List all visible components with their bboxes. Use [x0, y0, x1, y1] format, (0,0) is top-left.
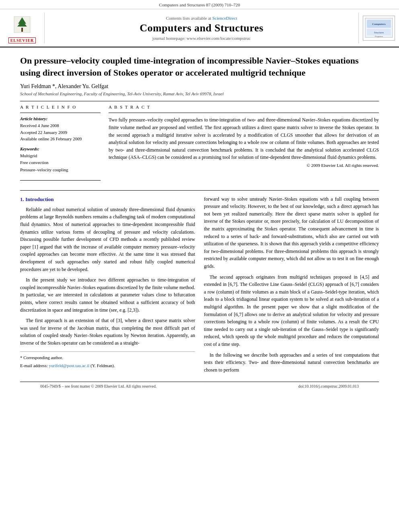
journal-citation: Computers and Structures 87 (2009) 710–7…: [159, 2, 240, 7]
divider-1: [20, 101, 379, 101]
svg-rect-1: [21, 28, 23, 32]
journal-header: ELSEVIER Contents lists available at Sci…: [0, 9, 399, 47]
received-date: Received 4 June 2008: [20, 122, 101, 129]
divider-4: [109, 113, 379, 113]
elsevier-logo: ELSEVIER: [8, 12, 36, 43]
elsevier-text: ELSEVIER: [8, 37, 36, 43]
journal-right-logo: Computers Structures Pergamon: [359, 12, 399, 43]
svg-text:Structures: Structures: [374, 31, 384, 34]
right-para-2: The second approach originates from mult…: [204, 273, 379, 348]
article-affiliation: School of Mechanical Engineering, Facult…: [20, 91, 379, 96]
bottom-left: 0045-7949/$ – see front matter © 2009 El…: [40, 384, 156, 388]
accepted-date: Accepted 22 January 2009: [20, 129, 101, 136]
article-info-abstract: A R T I C L E I N F O Article history: R…: [20, 105, 379, 183]
footnote-email: E-mail address: yurifeld@post.tau.ac.il …: [20, 362, 195, 369]
keyword-2: Free convection: [20, 159, 101, 166]
body-col-left: 1. Introduction Reliable and robust nume…: [20, 195, 195, 377]
page: Computers and Structures 87 (2009) 710–7…: [0, 0, 399, 398]
article-content: On pressure–velocity coupled time-integr…: [0, 47, 399, 398]
journal-title: Computers and Structures: [140, 22, 263, 34]
body-col-right: forward way to solve unsteady Navier–Sto…: [204, 195, 379, 377]
intro-para-1: Reliable and robust numerical solution o…: [20, 206, 195, 273]
article-history-label: Article history:: [20, 116, 101, 121]
journal-homepage: journal homepage: www.elsevier.com/locat…: [152, 36, 251, 41]
svg-point-4: [21, 21, 24, 24]
elsevier-logo-container: ELSEVIER: [0, 12, 44, 43]
computers-structures-logo-icon: Computers Structures Pergamon: [365, 18, 393, 38]
intro-heading: 1. Introduction: [20, 195, 195, 203]
bottom-bar: 0045-7949/$ – see front matter © 2009 El…: [20, 382, 379, 390]
journal-center: Contents lists available at ScienceDirec…: [44, 12, 359, 43]
intro-para-2: In the present study we introduce two di…: [20, 276, 195, 314]
article-info-col: A R T I C L E I N F O Article history: R…: [20, 105, 101, 183]
right-para-3: In the following we describe both approa…: [204, 351, 379, 374]
keyword-1: Multigrid: [20, 152, 101, 160]
top-bar: Computers and Structures 87 (2009) 710–7…: [0, 0, 399, 9]
footnote-star: * Corresponding author.: [20, 354, 195, 361]
sciencedirect-line: Contents lists available at ScienceDirec…: [166, 16, 237, 21]
svg-text:Pergamon: Pergamon: [375, 35, 383, 37]
abstract-col: A B S T R A C T Two fully pressure–veloc…: [109, 105, 379, 183]
divider-3: [20, 180, 101, 181]
abstract-label: A B S T R A C T: [109, 105, 379, 109]
keywords-label: Keywords:: [20, 146, 101, 151]
copyright: © 2009 Elsevier Ltd. All rights reserved…: [109, 163, 379, 168]
body-divider: [20, 190, 379, 191]
article-title: On pressure–velocity coupled time-integr…: [20, 55, 379, 78]
bottom-right: doi:10.1016/j.compstruc.2009.01.013: [298, 384, 359, 388]
article-info-label: A R T I C L E I N F O: [20, 105, 101, 109]
article-authors: Yuri Feldman *, Alexander Yu. Gelfgat: [20, 83, 379, 90]
right-logo-box: Computers Structures Pergamon: [363, 16, 395, 41]
contents-available-text: Contents lists available at: [166, 16, 212, 21]
elsevier-tree-icon: [10, 12, 34, 37]
available-date: Available online 26 February 2009: [20, 136, 101, 142]
intro-para-3: The first approach is an extension of th…: [20, 317, 195, 347]
body-columns: 1. Introduction Reliable and robust nume…: [20, 195, 379, 377]
abstract-text: Two fully pressure–velocity coupled appr…: [109, 116, 379, 161]
sciencedirect-link[interactable]: ScienceDirect: [212, 16, 237, 21]
divider-2: [20, 113, 101, 113]
svg-text:Computers: Computers: [372, 23, 386, 26]
right-para-1: forward way to solve unsteady Navier–Sto…: [204, 195, 379, 270]
keyword-3: Pressure–velocity coupling: [20, 166, 101, 174]
footnote-area: * Corresponding author. E-mail address: …: [20, 351, 195, 369]
